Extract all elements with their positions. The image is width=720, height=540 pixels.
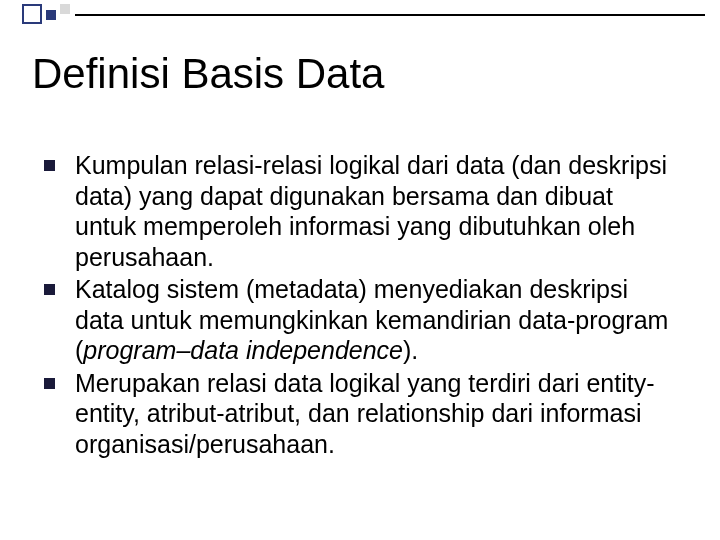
list-item-text: Merupakan relasi data logikal yang terdi… <box>75 368 680 460</box>
list-item-text: Katalog sistem (metadata) menyediakan de… <box>75 274 680 366</box>
header-decor <box>0 0 720 30</box>
slide: Definisi Basis Data Kumpulan relasi-rela… <box>0 0 720 540</box>
decor-square-gray <box>60 4 70 14</box>
decor-square-navy <box>46 10 56 20</box>
slide-title: Definisi Basis Data <box>32 50 384 98</box>
decor-square-outline <box>22 4 42 24</box>
decor-line <box>75 14 705 16</box>
bullet-icon <box>44 284 55 295</box>
list-item: Katalog sistem (metadata) menyediakan de… <box>40 274 680 366</box>
bullet-icon <box>44 160 55 171</box>
list-item: Kumpulan relasi-relasi logikal dari data… <box>40 150 680 272</box>
list-item: Merupakan relasi data logikal yang terdi… <box>40 368 680 460</box>
bullet-icon <box>44 378 55 389</box>
list-item-text: Kumpulan relasi-relasi logikal dari data… <box>75 150 680 272</box>
slide-body: Kumpulan relasi-relasi logikal dari data… <box>40 150 680 461</box>
